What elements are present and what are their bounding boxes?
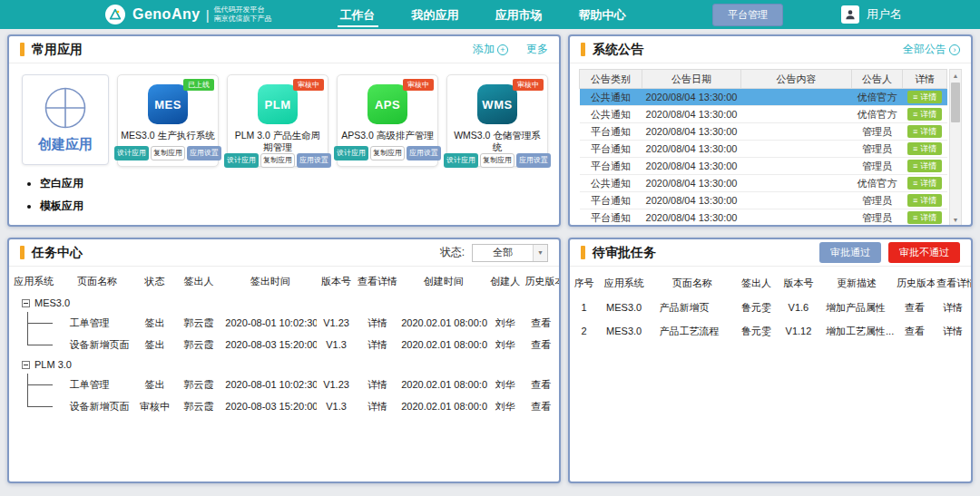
user-area[interactable]: 用户名 — [841, 5, 902, 24]
app-card-wms[interactable]: 审核中 WMS WMS3.0 仓储管理系统 设计应用 复制应用 应用设置 — [446, 74, 548, 167]
view-detail-link[interactable]: 详情 — [356, 395, 399, 417]
app-card-aps[interactable]: 审核中 APS APS3.0 高级排产管理 设计应用 复制应用 应用设置 — [337, 74, 438, 167]
nav-help-center[interactable]: 帮助中心 — [576, 1, 629, 29]
history-link[interactable]: 查看 — [895, 319, 935, 343]
user-avatar-icon[interactable] — [841, 5, 859, 24]
all-announcements-link[interactable]: 全部公告 › — [903, 42, 960, 57]
task-row[interactable]: 设备新增页面 签出 郭云霞 2020-08-03 15:20:00 V1.3 详… — [9, 334, 559, 355]
history-link[interactable]: 查看 — [524, 374, 559, 395]
more-apps-link[interactable]: 更多 — [526, 42, 548, 57]
nav-my-apps[interactable]: 我的应用 — [409, 1, 462, 29]
announcement-row[interactable]: 平台通知2020/08/04 13:30:00管理员 ≡详情 — [580, 123, 947, 141]
list-icon: ≡ — [913, 160, 917, 171]
nav-workbench[interactable]: 工作台 — [338, 1, 378, 29]
detail-button[interactable]: ≡详情 — [907, 125, 942, 138]
task-center-title: 任务中心 — [32, 245, 83, 261]
reject-button[interactable]: 审批不通过 — [888, 242, 960, 263]
collapse-icon[interactable] — [22, 299, 30, 307]
status-badge: 审核中 — [293, 79, 324, 91]
scroll-up-icon[interactable]: ▲ — [950, 70, 961, 82]
scrollbar-thumb[interactable] — [951, 83, 960, 122]
chevron-down-icon[interactable]: ▼ — [533, 245, 547, 261]
detail-button[interactable]: ≡详情 — [907, 108, 942, 121]
tree-group-row[interactable]: PLM 3.0 — [9, 355, 559, 374]
history-link[interactable]: 查看 — [524, 334, 559, 355]
history-link[interactable]: 查看 — [524, 312, 559, 334]
copy-app-button[interactable]: 复制应用 — [480, 153, 514, 168]
announcement-row[interactable]: 公共通知2020/08/04 13:30:00优倍官方 ≡详情 — [580, 89, 947, 106]
detail-button[interactable]: ≡详情 — [907, 142, 942, 155]
wms-app-icon[interactable]: WMS — [477, 84, 517, 124]
approval-row[interactable]: 2 MES3.0 产品工艺流程 鲁元雯 V1.12 增加工艺属性...... 查… — [570, 319, 971, 343]
list-icon: ≡ — [913, 126, 917, 137]
approve-button[interactable]: 审批通过 — [819, 242, 881, 263]
option-template-app[interactable]: 模板应用 — [40, 199, 109, 214]
approvals-table: 序号应用系统页面名称签出人版本号更新描述历史版本查看详情 1 MES3.0 产品… — [570, 270, 971, 343]
task-center-header: 任务中心 状态: 全部 ▼ — [9, 239, 559, 267]
collapse-icon[interactable] — [22, 361, 30, 369]
detail-button[interactable]: ≡详情 — [907, 177, 942, 190]
view-detail-link[interactable]: 详情 — [935, 319, 971, 343]
copy-app-button[interactable]: 复制应用 — [151, 146, 185, 160]
announcement-row[interactable]: 平台通知2020/08/04 13:30:00管理员 ≡详情 — [580, 141, 947, 158]
detail-button[interactable]: ≡详情 — [907, 91, 942, 103]
copy-app-button[interactable]: 复制应用 — [370, 146, 405, 160]
view-detail-link[interactable]: 详情 — [356, 334, 399, 355]
task-row[interactable]: 工单管理 签出 郭云霞 2020-08-01 10:02:30 V1.23 详情… — [9, 374, 559, 395]
vertical-scrollbar[interactable]: ▲ ▼ — [949, 69, 962, 227]
announcement-row[interactable]: 平台通知2020/08/04 13:30:00管理员 ≡详情 — [580, 192, 947, 209]
col-date: 公告日期 — [642, 70, 740, 89]
detail-button[interactable]: ≡详情 — [907, 194, 942, 207]
tree-group-row[interactable]: MES3.0 — [9, 294, 559, 312]
app-name: MES3.0 生产执行系统 — [118, 130, 217, 141]
history-link[interactable]: 查看 — [524, 395, 559, 417]
accent-bar — [581, 43, 585, 56]
approvals-header: 待审批任务 审批通过 审批不通过 — [570, 239, 971, 267]
view-detail-link[interactable]: 详情 — [935, 296, 971, 319]
design-app-button[interactable]: 设计应用 — [334, 146, 368, 160]
app-settings-button[interactable]: 应用设置 — [187, 146, 221, 160]
topbar-right: 平台管理 用户名 — [712, 4, 902, 26]
nav-app-market[interactable]: 应用市场 — [493, 1, 545, 29]
history-link[interactable]: 查看 — [895, 296, 935, 319]
status-filter-select[interactable]: 全部 ▼ — [472, 244, 548, 262]
create-options-list: 空白应用 模板应用 — [27, 176, 109, 221]
announcements-header: 系统公告 全部公告 › — [570, 36, 971, 63]
design-app-button[interactable]: 设计应用 — [224, 153, 259, 168]
approval-row[interactable]: 1 MES3.0 产品新增页 鲁元雯 V1.6 增加产品属性 查看 详情 — [570, 296, 971, 319]
design-app-button[interactable]: 设计应用 — [114, 146, 149, 160]
announcement-row[interactable]: 平台通知2020/08/04 13:30:00管理员 ≡详情 — [580, 158, 947, 175]
mes-app-icon[interactable]: MES — [148, 84, 188, 124]
task-row[interactable]: 工单管理 签出 郭云霞 2020-08-01 10:02:30 V1.23 详情… — [9, 312, 559, 334]
circle-plus-icon — [44, 86, 87, 130]
brand-tagline: 低代码开发平台 南京优倍旗下产品 — [214, 5, 272, 24]
panel-announcements: 系统公告 全部公告 › 公告类别 公告日期 公告内容 公告人 详情 — [568, 34, 973, 227]
announcement-row[interactable]: 公共通知2020/08/04 13:30:00优倍官方 ≡详情 — [580, 106, 947, 123]
scroll-down-icon[interactable]: ▼ — [950, 214, 961, 226]
view-detail-link[interactable]: 详情 — [356, 312, 399, 334]
panel-task-center: 任务中心 状态: 全部 ▼ 应用系统页面名称状态签出人签出时间版本号查看详情创建… — [7, 238, 561, 483]
detail-button[interactable]: ≡详情 — [907, 160, 942, 172]
detail-button[interactable]: ≡详情 — [907, 211, 942, 224]
copy-app-button[interactable]: 复制应用 — [260, 153, 295, 168]
announcement-row[interactable]: 公共通知2020/08/04 13:30:00优倍官方 ≡详情 — [580, 175, 947, 192]
platform-admin-button[interactable]: 平台管理 — [712, 4, 783, 26]
plm-app-icon[interactable]: PLM — [258, 84, 298, 124]
view-detail-link[interactable]: 详情 — [356, 374, 399, 395]
app-card-mes[interactable]: 已上线 MES MES3.0 生产执行系统 设计应用 复制应用 应用设置 — [117, 74, 219, 167]
task-row[interactable]: 设备新增页面 审核中 郭云霞 2020-08-03 15:20:00 V1.3 … — [9, 395, 559, 417]
list-icon: ≡ — [913, 109, 917, 120]
announcement-row[interactable]: 平台通知2020/08/04 13:30:00管理员 ≡详情 — [580, 209, 947, 227]
brand-logo: GenoAny | 低代码开发平台 南京优倍旗下产品 — [105, 5, 272, 24]
app-settings-button[interactable]: 应用设置 — [407, 146, 441, 160]
app-settings-button[interactable]: 应用设置 — [516, 153, 551, 168]
app-settings-button[interactable]: 应用设置 — [297, 153, 331, 168]
app-card-plm[interactable]: 审核中 PLM PLM 3.0 产品生命周期管理 设计应用 复制应用 应用设置 — [227, 74, 328, 167]
design-app-button[interactable]: 设计应用 — [444, 153, 478, 168]
create-app-card[interactable]: 创建应用 — [22, 74, 109, 165]
aps-app-icon[interactable]: APS — [368, 84, 407, 124]
task-center-table: 应用系统页面名称状态签出人签出时间版本号查看详情创建时间创建人历史版本 MES3… — [9, 268, 559, 417]
option-blank-app[interactable]: 空白应用 — [40, 176, 109, 191]
add-app-link[interactable]: 添加 + — [473, 42, 508, 57]
username-label: 用户名 — [867, 6, 902, 23]
